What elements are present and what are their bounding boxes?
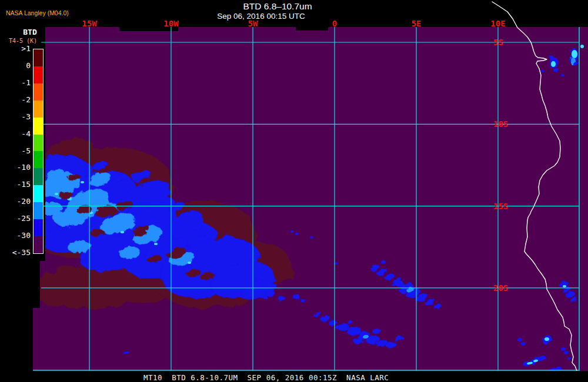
left-panel-step (0, 261, 40, 308)
colorbar-tick-label: -2 (5, 96, 31, 104)
colorbar-segment (34, 236, 43, 253)
colorbar-segment (34, 151, 43, 168)
colorbar-title: BTD (18, 28, 42, 36)
lat-tick-label: 15S (493, 203, 529, 210)
page-title: BTD 6.8–10.7um (189, 1, 366, 12)
colorbar-tick-label: -4 (5, 130, 31, 138)
map-background (33, 27, 588, 371)
colorbar-segment (34, 168, 43, 185)
footer-caption: MT10 BTD 6.8-10.7UM SEP 06, 2016 00:15Z … (143, 373, 389, 382)
colorbar-tick-label: <-35 (5, 249, 31, 257)
colorbar-segment (34, 185, 43, 202)
colorbar-segment (34, 66, 43, 83)
lon-tick-label: 0 (317, 19, 352, 28)
colorbar-tick-label: -3 (5, 113, 31, 121)
lat-tick-label: 5S (493, 39, 529, 46)
colorbar-segment (34, 100, 43, 118)
colorbar-tick-label: -25 (5, 215, 31, 223)
colorbar-segment (34, 219, 43, 236)
colorbar-segment (34, 202, 43, 219)
colorbar-units-label: T4-5 (K) (6, 38, 40, 44)
colorbar-tick-label: -5 (5, 147, 31, 155)
lon-tick-label: 15W (72, 19, 107, 28)
colorbar-scale (33, 49, 44, 254)
colorbar-segment (34, 83, 43, 100)
lon-tick-label: 10E (480, 19, 516, 28)
colorbar-tick-label: -10 (5, 163, 31, 172)
colorbar-tick-label: -20 (5, 197, 31, 206)
credit-label: NASA Langley (M04.0) (6, 9, 69, 16)
colorbar-tick-label: -15 (5, 180, 31, 189)
colorbar-tick-label: -1 (5, 79, 31, 87)
lon-tick-label: 5E (399, 19, 434, 28)
colorbar-segment (34, 118, 43, 135)
colorbar-tick-label: -30 (5, 232, 31, 240)
app-frame: NASA Langley (M04.0) BTD 6.8–10.7um Sep … (0, 0, 588, 382)
colorbar-segment (34, 135, 43, 152)
colorbar-tick-label: >1 (5, 45, 31, 53)
colorbar-tick-label: 0 (5, 62, 31, 70)
lat-tick-label: 10S (493, 120, 529, 128)
lon-tick-label: 10W (153, 19, 189, 28)
lon-tick-label: 5W (235, 19, 270, 28)
lat-tick-label: 20S (493, 284, 529, 292)
colorbar-segment (34, 49, 43, 66)
